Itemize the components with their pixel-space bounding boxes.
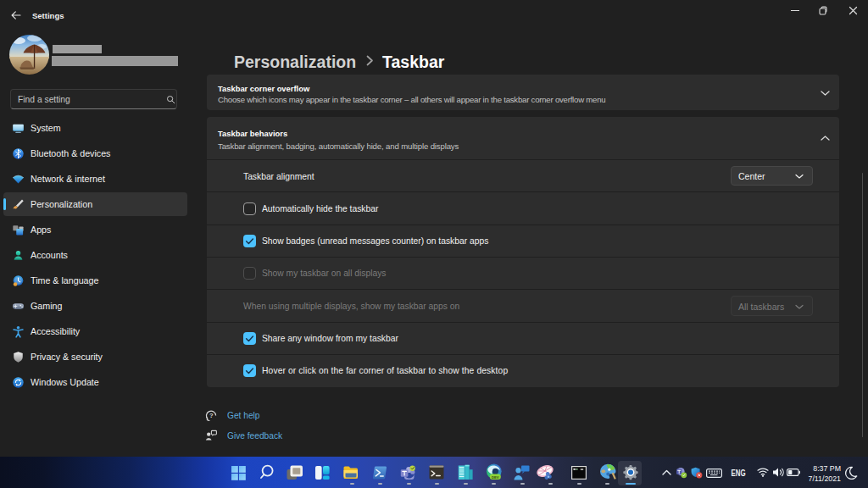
svg-text:ENG: ENG (732, 469, 746, 478)
svg-text:?: ? (209, 412, 214, 419)
svg-text:DEV: DEV (492, 475, 499, 480)
